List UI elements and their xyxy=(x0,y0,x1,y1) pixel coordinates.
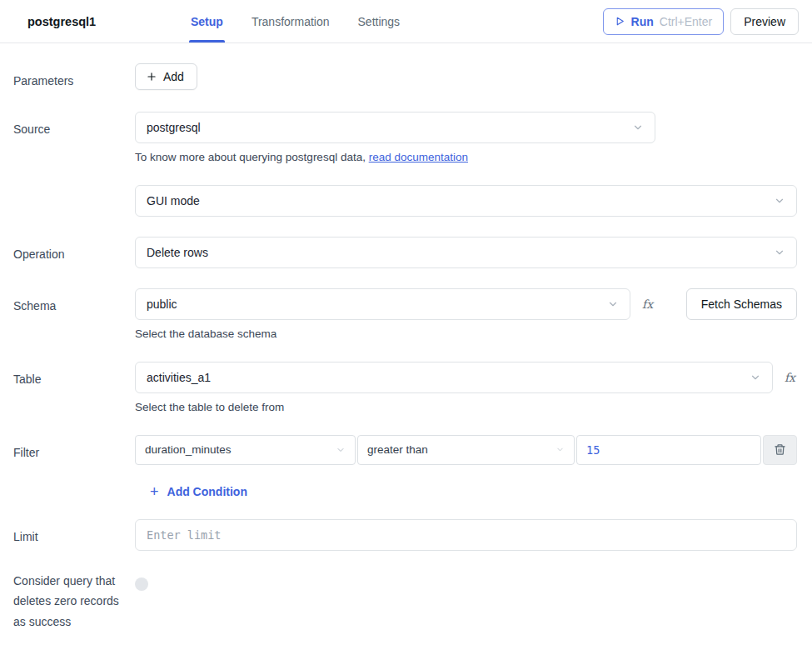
read-documentation-link[interactable]: read documentation xyxy=(369,151,468,163)
fx-toggle-schema[interactable]: fx xyxy=(630,298,665,311)
filter-operator-select[interactable]: greater than xyxy=(357,435,575,465)
chevron-down-icon xyxy=(750,372,761,383)
run-shortcut: Ctrl+Enter xyxy=(660,15,712,28)
tab-setup[interactable]: Setup xyxy=(191,0,223,42)
schema-row: Schema public fx Fetch Schemas Select th… xyxy=(13,288,797,340)
schema-helper-text: Select the database schema xyxy=(135,328,797,340)
chevron-down-icon xyxy=(555,445,565,454)
table-select[interactable]: activities_a1 xyxy=(135,362,773,393)
operation-selected-value: Delete rows xyxy=(147,246,208,259)
operation-select[interactable]: Delete rows xyxy=(135,237,797,268)
source-helper-prefix: To know more about querying postgresql d… xyxy=(135,151,366,163)
header-actions: Run Ctrl+Enter Preview xyxy=(603,8,799,35)
zero-success-toggle[interactable] xyxy=(135,578,148,591)
query-title: postgresql1 xyxy=(27,15,191,28)
mode-select[interactable]: GUI mode xyxy=(135,185,797,217)
tab-transformation[interactable]: Transformation xyxy=(252,0,330,42)
chevron-down-icon xyxy=(774,195,785,207)
filter-row: Filter duration_minutes greater than xyxy=(13,435,797,499)
tab-settings[interactable]: Settings xyxy=(358,0,401,42)
query-setup-form: Parameters Add Source postgresql To know… xyxy=(0,43,812,632)
plus-icon xyxy=(146,71,157,82)
chevron-down-icon xyxy=(632,122,644,133)
fx-toggle-table[interactable]: fx xyxy=(773,371,797,384)
filter-value-input[interactable] xyxy=(576,435,761,465)
schema-label: Schema xyxy=(13,288,135,340)
source-label: Source xyxy=(13,112,135,163)
fetch-schemas-button[interactable]: Fetch Schemas xyxy=(686,288,797,320)
limit-row: Limit xyxy=(13,519,797,551)
add-parameter-label: Add xyxy=(163,70,184,83)
source-select[interactable]: postgresql xyxy=(135,112,655,143)
mode-label-spacer xyxy=(13,185,135,217)
add-parameter-button[interactable]: Add xyxy=(135,63,197,90)
filter-column-value: duration_minutes xyxy=(145,443,232,456)
filter-operator-value: greater than xyxy=(367,443,428,456)
play-icon xyxy=(615,16,625,27)
table-helper-text: Select the table to delete from xyxy=(135,401,797,413)
limit-input[interactable] xyxy=(135,519,797,551)
table-row: Table activities_a1 fx Select the table … xyxy=(13,362,797,413)
run-button[interactable]: Run Ctrl+Enter xyxy=(603,8,725,35)
plus-icon: + xyxy=(150,484,159,499)
zero-success-label: Consider query that deletes zero records… xyxy=(13,571,135,633)
delete-condition-button[interactable] xyxy=(763,435,797,465)
source-helper-text: To know more about querying postgresql d… xyxy=(135,151,797,163)
table-label: Table xyxy=(13,362,135,413)
schema-selected-value: public xyxy=(147,298,177,311)
operation-row: Operation Delete rows xyxy=(13,237,797,268)
filter-column-select[interactable]: duration_minutes xyxy=(135,435,356,465)
zero-success-row: Consider query that deletes zero records… xyxy=(13,571,797,633)
limit-label: Limit xyxy=(13,519,135,551)
tab-bar: Setup Transformation Settings xyxy=(191,0,400,42)
preview-button[interactable]: Preview xyxy=(730,8,799,35)
filter-label: Filter xyxy=(13,435,135,499)
trash-icon xyxy=(774,443,786,456)
operation-label: Operation xyxy=(13,237,135,268)
table-selected-value: activities_a1 xyxy=(147,371,211,384)
mode-selected-value: GUI mode xyxy=(147,194,200,208)
source-row: Source postgresql To know more about que… xyxy=(13,112,797,163)
run-label: Run xyxy=(631,15,654,28)
chevron-down-icon xyxy=(336,445,346,455)
parameters-row: Parameters Add xyxy=(13,63,797,92)
source-selected-value: postgresql xyxy=(147,121,201,134)
mode-row: GUI mode xyxy=(13,185,797,217)
chevron-down-icon xyxy=(607,298,619,310)
add-condition-label: Add Condition xyxy=(167,485,247,498)
query-header: postgresql1 Setup Transformation Setting… xyxy=(0,0,812,43)
chevron-down-icon xyxy=(774,247,785,258)
parameters-label: Parameters xyxy=(13,63,135,92)
schema-select[interactable]: public xyxy=(135,288,630,320)
add-condition-button[interactable]: + Add Condition xyxy=(150,484,247,499)
